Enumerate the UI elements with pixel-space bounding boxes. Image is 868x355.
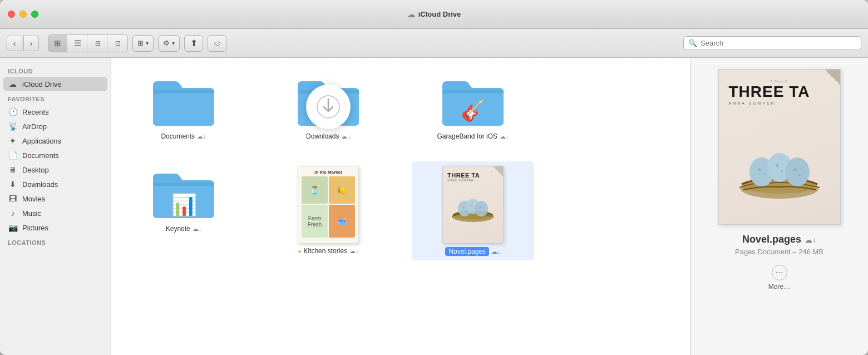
sidebar-item-airdrop[interactable]: 📡 AirDrop xyxy=(0,119,111,134)
file-grid: Documents ☁↓ xyxy=(122,69,679,260)
file-area: Documents ☁↓ xyxy=(111,58,690,355)
tag-button[interactable]: ⬭ xyxy=(208,35,226,52)
svg-point-21 xyxy=(798,174,801,176)
svg-point-6 xyxy=(463,207,465,209)
search-icon: 🔍 xyxy=(688,39,697,47)
downloads-file-name: Downloads ☁↓ xyxy=(306,132,351,140)
nav-buttons: ‹ › xyxy=(7,36,39,51)
sidebar-item-music[interactable]: ♪ Music xyxy=(0,206,111,220)
svg-point-7 xyxy=(466,210,467,211)
sidebar-label-applications: Applications xyxy=(22,137,61,145)
sidebar-item-movies[interactable]: 🎞 Movies xyxy=(0,191,111,206)
preview-more-button[interactable]: ··· More… xyxy=(768,265,790,290)
preview-image: A Novel THREE TA ANNA SOMPER xyxy=(718,69,841,225)
documents-file-name: Documents ☁↓ xyxy=(161,132,206,140)
gear-icon: ⚙ xyxy=(163,39,170,47)
svg-point-9 xyxy=(474,208,475,209)
svg-point-18 xyxy=(776,164,779,167)
more-icon: ··· xyxy=(772,265,787,280)
preview-more-label: More… xyxy=(768,283,790,290)
list-view-icon: ☰ xyxy=(74,38,81,48)
file-item-downloads[interactable]: Downloads ☁↓ xyxy=(267,69,389,145)
view-list-button[interactable]: ☰ xyxy=(68,35,87,52)
sidebar-label-music: Music xyxy=(22,209,41,218)
pictures-icon: 📷 xyxy=(8,223,18,232)
forward-button[interactable]: › xyxy=(23,36,39,51)
status-dot: ● xyxy=(298,248,301,254)
sidebar-item-applications[interactable]: ✦ Applications xyxy=(0,134,111,148)
sidebar-label-downloads: Downloads xyxy=(22,180,58,189)
sidebar-item-documents[interactable]: 📄 Documents xyxy=(0,148,111,162)
preview-subtitle: Pages Document – 246 MB xyxy=(735,248,823,256)
file-item-garageband[interactable]: 🎸 GarageBand for iOS ☁↓ xyxy=(412,69,534,145)
file-item-kitchen[interactable]: In the Market 🫙 🍋 Farm Fresh 🥣 ● Kitchen… xyxy=(267,161,389,260)
recents-icon: 🕐 xyxy=(8,107,18,116)
window-title: ☁ iCloud Drive xyxy=(407,10,461,19)
sidebar-section-locations: Locations xyxy=(0,235,111,248)
sidebar-item-pictures[interactable]: 📷 Pictures xyxy=(0,220,111,235)
cloud-download-icon: ☁↓ xyxy=(341,133,351,140)
gear-arrow: ▾ xyxy=(172,40,175,46)
movies-icon: 🎞 xyxy=(8,194,18,203)
kitchen-file-name: ● Kitchen stories ☁↓ xyxy=(298,247,358,255)
sidebar-label-desktop: Desktop xyxy=(22,166,49,174)
cloud-icon: ☁ xyxy=(8,80,18,88)
share-button[interactable]: ⬆ xyxy=(184,35,203,52)
view-icon-button[interactable]: ⊞ xyxy=(48,35,67,52)
toolbar: ‹ › ⊞ ☰ ⊟ ⊡ ⊞ ▾ ⚙ ▾ xyxy=(0,29,868,58)
view-gallery-button[interactable]: ⊡ xyxy=(108,35,127,52)
sidebar-item-label: iCloud Drive xyxy=(22,80,62,88)
cloud-download-icon: ☁↓ xyxy=(193,225,202,233)
airdrop-icon: 📡 xyxy=(8,122,18,131)
back-button[interactable]: ‹ xyxy=(7,36,22,51)
sidebar-item-desktop[interactable]: 🖥 Desktop xyxy=(0,162,111,177)
cloud-download-icon: ☁↓ xyxy=(349,248,359,255)
columns-view-icon: ⊟ xyxy=(95,40,101,47)
arrange-dropdown[interactable]: ⊞ ▾ xyxy=(132,35,154,52)
documents-folder-icon xyxy=(150,73,217,129)
view-columns-button[interactable]: ⊟ xyxy=(88,35,107,52)
close-button[interactable] xyxy=(8,11,15,18)
minimize-button[interactable] xyxy=(19,11,27,18)
sidebar-section-favorites: Favorites xyxy=(0,91,111,105)
svg-point-8 xyxy=(471,205,473,206)
kitchen-thumbnail: In the Market 🫙 🍋 Farm Fresh 🥣 xyxy=(298,166,359,244)
sidebar-item-downloads[interactable]: ⬇ Downloads xyxy=(0,177,111,191)
svg-point-16 xyxy=(758,168,761,171)
sidebar-section-icloud: iCloud xyxy=(0,63,111,77)
traffic-lights xyxy=(0,11,38,18)
svg-point-10 xyxy=(480,207,481,209)
action-dropdown[interactable]: ⚙ ▾ xyxy=(158,35,180,52)
keynote-icon: 📊 xyxy=(171,193,197,217)
file-item-novel[interactable]: THREE TA ANNA SOMPER xyxy=(412,161,534,260)
title-bar: ☁ iCloud Drive xyxy=(0,0,868,29)
sidebar-label-pictures: Pictures xyxy=(22,224,48,232)
share-icon: ⬆ xyxy=(190,38,198,48)
desktop-icon: 🖥 xyxy=(8,165,18,174)
gallery-view-icon: ⊡ xyxy=(115,40,121,47)
cloud-download-icon: ☁↓ xyxy=(500,133,509,140)
sidebar-label-movies: Movies xyxy=(22,195,45,203)
cloud-download-icon: ☁↓ xyxy=(491,248,501,255)
arrange-icon: ⊞ xyxy=(137,39,144,47)
arrange-arrow: ▾ xyxy=(146,40,149,46)
file-item-documents[interactable]: Documents ☁↓ xyxy=(122,69,245,145)
svg-point-19 xyxy=(781,170,783,172)
download-progress-overlay xyxy=(306,85,351,129)
file-item-keynote[interactable]: 📊 Keynote ☁↓ xyxy=(122,161,245,260)
novel-name-badge: Novel.pages xyxy=(445,247,489,256)
maximize-button[interactable] xyxy=(31,11,38,18)
sidebar-label-airdrop: AirDrop xyxy=(22,122,47,131)
sidebar-item-recents[interactable]: 🕐 Recents xyxy=(0,105,111,119)
music-icon: ♪ xyxy=(8,209,18,218)
svg-point-17 xyxy=(763,173,765,175)
preview-title: Novel.pages ☁↓ xyxy=(742,234,816,245)
main-content: iCloud ☁ iCloud Drive Favorites 🕐 Recent… xyxy=(0,58,868,355)
sidebar-item-icloud-drive[interactable]: ☁ iCloud Drive xyxy=(3,77,107,91)
sidebar-label-documents: Documents xyxy=(22,151,59,160)
sidebar: iCloud ☁ iCloud Drive Favorites 🕐 Recent… xyxy=(0,58,111,355)
search-bar[interactable]: 🔍 xyxy=(683,36,861,50)
search-input[interactable] xyxy=(701,39,856,47)
documents-icon: 📄 xyxy=(8,151,18,160)
tag-icon: ⬭ xyxy=(214,39,220,48)
